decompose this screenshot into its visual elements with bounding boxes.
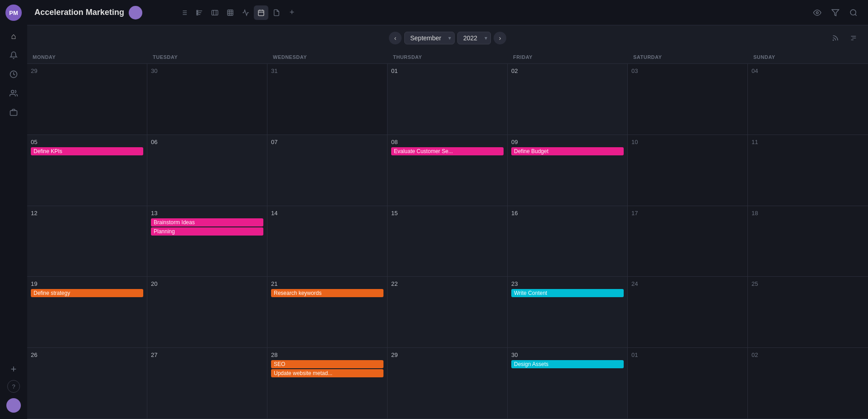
- cal-date-number: 15: [391, 210, 504, 217]
- cal-cell-2-3[interactable]: 07: [267, 135, 388, 206]
- cal-date-number: 16: [511, 210, 624, 217]
- cal-cell-2-2[interactable]: 06: [147, 135, 267, 206]
- cal-date-number: 30: [511, 352, 624, 358]
- sidebar-item-add[interactable]: +: [5, 361, 22, 377]
- user-avatar[interactable]: [6, 398, 21, 413]
- sidebar-item-people[interactable]: [5, 85, 22, 101]
- calendar-event[interactable]: Design Assets: [511, 360, 624, 368]
- calendar-event[interactable]: Research keywords: [271, 289, 383, 297]
- svg-rect-11: [197, 14, 198, 15]
- cal-date-number: 30: [151, 67, 263, 74]
- svg-point-31: [833, 40, 834, 40]
- cal-date-number: 24: [631, 280, 744, 287]
- sidebar-item-briefcase[interactable]: [5, 104, 22, 120]
- app-logo[interactable]: PM: [5, 5, 22, 21]
- header-tuesday: TUESDAY: [147, 51, 267, 63]
- next-month-btn[interactable]: ›: [494, 32, 506, 44]
- sidebar-item-clock[interactable]: [5, 66, 22, 82]
- add-view-btn[interactable]: +: [285, 5, 299, 20]
- cal-cell-5-3[interactable]: 28SEOUpdate website metad...: [267, 348, 388, 419]
- calendar-view-btn[interactable]: [254, 5, 268, 20]
- svg-rect-10: [197, 12, 198, 13]
- sidebar-item-help[interactable]: ?: [7, 380, 20, 393]
- calendar-event[interactable]: Define strategy: [31, 289, 143, 297]
- cal-cell-5-1[interactable]: 26: [27, 348, 147, 419]
- cal-cell-1-3[interactable]: 31: [267, 64, 388, 135]
- cal-date-number: 21: [271, 280, 383, 287]
- cal-cell-2-5[interactable]: 09Define Budget: [508, 135, 628, 206]
- calendar-event[interactable]: Define KPIs: [31, 147, 143, 155]
- cal-cell-5-2[interactable]: 27: [147, 348, 267, 419]
- list-view-btn[interactable]: [177, 5, 191, 20]
- svg-rect-9: [197, 10, 198, 11]
- calendar-settings-icon[interactable]: [846, 31, 861, 45]
- cal-cell-3-5[interactable]: 16: [508, 206, 628, 277]
- cal-cell-4-4[interactable]: 22: [388, 277, 508, 347]
- calendar-week-4: 19Define strategy2021Research keywords22…: [27, 277, 868, 348]
- cal-cell-2-7[interactable]: 11: [748, 135, 868, 206]
- sidebar: PM ⌂ + ?: [0, 0, 27, 419]
- gantt-view-btn[interactable]: [192, 5, 207, 20]
- cal-cell-1-5[interactable]: 02: [508, 64, 628, 135]
- prev-month-btn[interactable]: ‹: [389, 32, 402, 44]
- cal-date-number: 06: [151, 139, 263, 145]
- table-view-btn[interactable]: [223, 5, 238, 20]
- cal-date-number: 17: [631, 210, 744, 217]
- cal-cell-1-2[interactable]: 30: [147, 64, 267, 135]
- cal-cell-2-1[interactable]: 05Define KPIs: [27, 135, 147, 206]
- cal-cell-4-1[interactable]: 19Define strategy: [27, 277, 147, 347]
- cal-cell-3-1[interactable]: 12: [27, 206, 147, 277]
- cal-cell-3-4[interactable]: 15: [388, 206, 508, 277]
- cal-cell-3-2[interactable]: 13Brainstorm IdeasPlanning: [147, 206, 267, 277]
- cal-cell-3-3[interactable]: 14: [267, 206, 388, 277]
- cal-cell-1-6[interactable]: 03: [628, 64, 748, 135]
- year-select[interactable]: 20202021202220232024: [457, 32, 491, 44]
- cal-date-number: 18: [752, 210, 864, 217]
- filter-btn[interactable]: [828, 5, 843, 20]
- cal-cell-2-4[interactable]: 08Evaluate Customer Se...: [388, 135, 508, 206]
- board-view-btn[interactable]: [208, 5, 222, 20]
- calendar-event[interactable]: Evaluate Customer Se...: [391, 147, 504, 155]
- header-saturday: SATURDAY: [628, 51, 748, 63]
- cal-cell-4-3[interactable]: 21Research keywords: [267, 277, 388, 347]
- calendar-event[interactable]: SEO: [271, 360, 383, 368]
- cal-date-number: 01: [631, 352, 744, 358]
- topbar-avatar[interactable]: [129, 6, 142, 19]
- cal-cell-1-7[interactable]: 04: [748, 64, 868, 135]
- cal-cell-1-1[interactable]: 29: [27, 64, 147, 135]
- cal-cell-4-2[interactable]: 20: [147, 277, 267, 347]
- cal-date-number: 01: [391, 67, 504, 74]
- cal-cell-4-6[interactable]: 24: [628, 277, 748, 347]
- cal-cell-3-7[interactable]: 18: [748, 206, 868, 277]
- svg-rect-2: [10, 111, 17, 116]
- cal-cell-4-5[interactable]: 23Write Content: [508, 277, 628, 347]
- search-btn[interactable]: [846, 5, 861, 20]
- header-sunday: SUNDAY: [748, 51, 868, 63]
- cal-cell-4-7[interactable]: 25: [748, 277, 868, 347]
- cal-cell-5-7[interactable]: 02: [748, 348, 868, 419]
- calendar-event[interactable]: Update website metad...: [271, 369, 383, 377]
- cal-date-number: 09: [511, 139, 624, 145]
- calendar-event[interactable]: Define Budget: [511, 147, 624, 155]
- cal-cell-5-6[interactable]: 01: [628, 348, 748, 419]
- cal-cell-3-6[interactable]: 17: [628, 206, 748, 277]
- cal-cell-2-6[interactable]: 10: [628, 135, 748, 206]
- cal-date-number: 08: [391, 139, 504, 145]
- header-monday: MONDAY: [27, 51, 147, 63]
- project-title: Acceleration Marketing: [34, 8, 124, 17]
- eye-btn[interactable]: [810, 5, 824, 20]
- month-select[interactable]: JanuaryFebruaryMarch AprilMayJune JulyAu…: [404, 32, 455, 44]
- calendar-event[interactable]: Write Content: [511, 289, 624, 297]
- calendar-event[interactable]: Brainstorm Ideas: [151, 218, 263, 226]
- cal-cell-5-5[interactable]: 30Design Assets: [508, 348, 628, 419]
- cal-date-number: 11: [752, 139, 864, 145]
- svg-rect-17: [212, 10, 218, 15]
- rss-icon[interactable]: [828, 31, 843, 45]
- sidebar-item-home[interactable]: ⌂: [5, 28, 22, 44]
- cal-cell-5-4[interactable]: 29: [388, 348, 508, 419]
- calendar-event[interactable]: Planning: [151, 227, 263, 236]
- cal-cell-1-4[interactable]: 01: [388, 64, 508, 135]
- doc-view-btn[interactable]: [269, 5, 284, 20]
- chart-view-btn[interactable]: [238, 5, 253, 20]
- sidebar-item-notifications[interactable]: [5, 47, 22, 63]
